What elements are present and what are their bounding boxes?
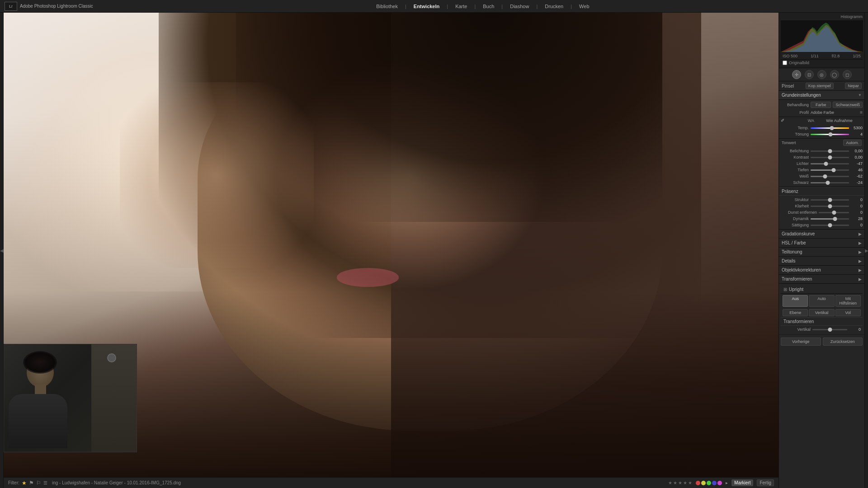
crop-tool[interactable]: ⊡ xyxy=(805,70,814,79)
tiefen-track[interactable] xyxy=(811,169,849,171)
vertikal-value: 0 xyxy=(849,327,861,332)
schwarz-thumb[interactable] xyxy=(826,181,830,185)
star-2[interactable]: ★ xyxy=(673,480,677,485)
temp-thumb[interactable] xyxy=(830,126,834,130)
schwarz-track[interactable] xyxy=(811,182,849,183)
kontrast-label: Kontrast xyxy=(781,155,809,160)
tiefen-thumb[interactable] xyxy=(832,168,836,172)
weis-track[interactable] xyxy=(811,176,849,177)
klarheit-track[interactable] xyxy=(811,206,849,207)
temp-track[interactable] xyxy=(811,127,849,129)
action-buttons: Vorherige Zurücksetzen xyxy=(779,335,864,347)
hsl-farbe-section[interactable]: HSL / Farbe ▶ xyxy=(779,239,864,248)
kontrast-track[interactable] xyxy=(811,157,849,158)
upright-vol-btn[interactable]: Vol xyxy=(835,309,861,316)
lichter-track[interactable] xyxy=(811,163,849,164)
flag-icon[interactable]: ⚐ xyxy=(36,480,41,486)
nav-web[interactable]: Web xyxy=(574,2,594,11)
belichtung-label: Belichtung xyxy=(781,149,809,153)
color-label-yellow[interactable] xyxy=(701,481,706,485)
color-label-green[interactable] xyxy=(707,481,711,485)
logo-text: Lr xyxy=(9,4,13,9)
app-logo: Lr xyxy=(5,2,17,11)
color-labels xyxy=(696,481,722,485)
zuruecksetzen-button[interactable]: Zurücksetzen xyxy=(823,338,863,346)
dynamik-thumb[interactable] xyxy=(833,217,837,221)
color-label-red[interactable] xyxy=(696,481,700,485)
bottom-bar: Filter: ★ ⚑ ⚐ ☰ ing - Ludwigshafen - Nat… xyxy=(4,477,778,488)
star-5[interactable]: ★ xyxy=(688,480,692,485)
vertikal-thumb[interactable] xyxy=(828,328,832,332)
wa-label: WA xyxy=(786,118,814,123)
temp-row: Temp. 5300 xyxy=(781,125,863,131)
nav-bibliothek[interactable]: Bibliothek xyxy=(371,2,403,11)
kontrast-thumb[interactable] xyxy=(828,155,832,160)
graduated-filter-tool[interactable]: ◻ xyxy=(843,70,852,79)
grundeinstellungen-header[interactable]: Grundeinstellungen ▼ xyxy=(779,91,864,100)
struktur-track[interactable] xyxy=(811,199,849,201)
spot-removal-tool[interactable]: ◎ xyxy=(817,70,826,79)
transformieren-sub-label: Transformieren xyxy=(781,317,863,326)
more-filter-icon[interactable]: ▸ xyxy=(726,480,728,485)
profil-value: Adobe Farbe xyxy=(811,110,858,115)
tool-strip: ✛ ⊡ ◎ ◯ ◻ xyxy=(779,68,864,81)
upright-ebene-btn[interactable]: Ebene xyxy=(783,309,808,316)
nav-karte[interactable]: Karte xyxy=(450,2,472,11)
dropper-icon[interactable]: ✐ xyxy=(781,118,784,123)
nepar-button[interactable]: Nepar xyxy=(845,83,862,89)
saettigung-track[interactable] xyxy=(811,225,849,226)
nav-drucken[interactable]: Drucken xyxy=(539,2,569,11)
nav-diashow[interactable]: Diashow xyxy=(505,2,534,11)
klarheit-thumb[interactable] xyxy=(828,204,832,208)
star-4[interactable]: ★ xyxy=(683,480,687,485)
star-1[interactable]: ★ xyxy=(668,480,672,485)
schwarzweiss-button[interactable]: Schwarzweiß xyxy=(833,102,863,108)
logo-area: Lr Adobe Photoshop Lightroom Classic xyxy=(5,2,93,11)
webcam-feed xyxy=(4,344,137,452)
upright-auto-btn[interactable]: Auto xyxy=(809,295,834,307)
praesenz-label: Präsenz xyxy=(779,188,864,196)
dunst-track[interactable] xyxy=(819,212,849,213)
cursor-tool[interactable]: ✛ xyxy=(792,70,801,79)
teiltonung-section[interactable]: Teiltonung ▶ xyxy=(779,248,864,257)
belichtung-track[interactable] xyxy=(811,150,849,152)
dynamik-track[interactable] xyxy=(811,218,849,220)
struktur-thumb[interactable] xyxy=(828,198,832,202)
gradationskurve-section[interactable]: Gradationskurve ▶ xyxy=(779,230,864,239)
upright-vertikal-btn[interactable]: Vertikal xyxy=(809,309,834,316)
list-icon[interactable]: ☰ xyxy=(43,480,47,485)
markiert-button[interactable]: Markiert xyxy=(731,479,753,486)
transformieren-header[interactable]: Transformieren ▶ xyxy=(779,275,864,284)
details-arrow: ▶ xyxy=(859,259,862,263)
vertikal-track[interactable] xyxy=(812,329,847,330)
upright-hilfslinien-btn[interactable]: Mit Hilfslinien xyxy=(835,295,861,307)
lichter-thumb[interactable] xyxy=(824,162,828,166)
nav-entwickeln[interactable]: Entwickeln xyxy=(408,2,445,11)
color-label-blue[interactable] xyxy=(712,481,717,485)
color-label-purple[interactable] xyxy=(717,481,722,485)
upright-aus-btn[interactable]: Aus xyxy=(783,295,808,307)
vorherige-button[interactable]: Vorherige xyxy=(781,338,821,346)
originalbild-checkbox[interactable] xyxy=(783,61,787,65)
belichtung-thumb[interactable] xyxy=(828,149,832,153)
nav-buch[interactable]: Buch xyxy=(477,2,500,11)
saettigung-thumb[interactable] xyxy=(828,223,832,227)
auto-button[interactable]: Autom. xyxy=(843,140,862,146)
star-3[interactable]: ★ xyxy=(678,480,682,485)
fertig-button[interactable]: Fertig xyxy=(757,479,774,486)
dunst-thumb[interactable] xyxy=(832,211,836,215)
weis-thumb[interactable] xyxy=(823,174,827,178)
shutter-value: 1/11 xyxy=(811,54,819,58)
tonung-track[interactable] xyxy=(811,134,849,135)
farbe-button[interactable]: Farbe xyxy=(811,102,831,108)
details-section[interactable]: Details ▶ xyxy=(779,257,864,266)
kop-stempel-button[interactable]: Kop.stempel xyxy=(806,83,834,89)
right-panel-toggle[interactable]: ▶ xyxy=(864,13,868,488)
redeye-tool[interactable]: ◯ xyxy=(830,70,839,79)
left-panel-toggle[interactable]: ◀ xyxy=(0,13,4,488)
filter-icon[interactable]: ★ xyxy=(22,480,27,486)
tonung-thumb[interactable] xyxy=(829,132,833,136)
profil-expand-icon[interactable]: ≡ xyxy=(860,110,863,115)
objektivkorrekturen-section[interactable]: Objektivkorrekturen ▶ xyxy=(779,266,864,275)
reject-flag-icon[interactable]: ⚑ xyxy=(29,480,34,486)
